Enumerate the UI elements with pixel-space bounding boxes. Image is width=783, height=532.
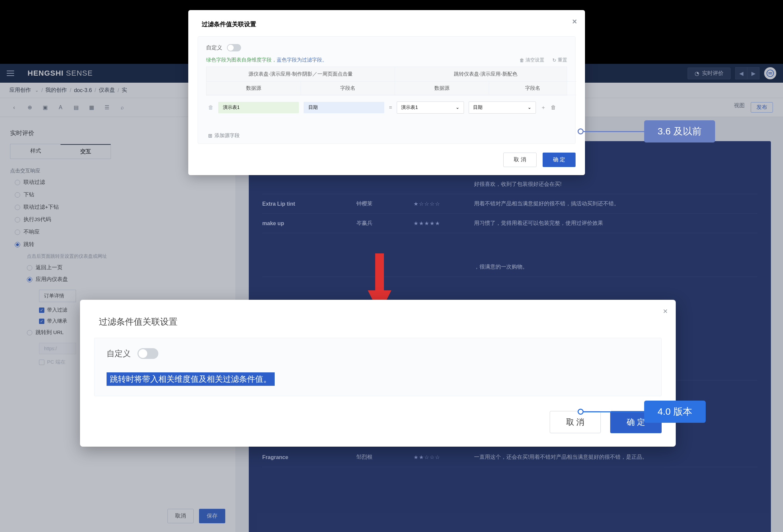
filter-link-modal-old: 过滤条件值关联设置 × 自定义 绿色字段为图表自身维度字段，蓝色字段为过滤字段。… [188,10,585,175]
plus-box-icon: ⊞ [208,133,213,139]
callout-old-version: 3.6 及以前 [577,120,715,142]
callout-tag: 4.0 版本 [644,401,706,423]
callout-line [584,411,644,412]
trash-icon: 🗑 [520,58,524,63]
add-icon[interactable]: ＋ [541,104,546,111]
custom-toggle[interactable] [137,348,158,359]
delete-row-icon[interactable]: 🗑 [208,104,214,110]
filter-link-modal-new: 过滤条件值关联设置 × 自定义 跳转时将带入相关维度值及相关过滤条件值。 取 消… [80,300,676,446]
reset-button[interactable]: ↻重置 [552,57,567,63]
modal-body-panel: 自定义 跳转时将带入相关维度值及相关过滤条件值。 [94,338,662,396]
svg-rect-3 [375,254,384,290]
clear-button[interactable]: 🗑清空设置 [520,57,544,63]
custom-toggle[interactable] [227,44,241,52]
close-icon[interactable]: × [572,17,577,26]
src-header: 源仪表盘-演示应用-制作阴影／一周页面点击量 [207,67,395,82]
add-source-field[interactable]: ⊞ 添加源字段 [206,132,567,139]
mapping-grid: 源仪表盘-演示应用-制作阴影／一周页面点击量 跳转仪表盘-演示应用-新配色 数据… [206,67,567,95]
modal-title: 过滤条件值关联设置 [202,21,256,28]
modal-body-panel: 自定义 绿色字段为图表自身维度字段，蓝色字段为过滤字段。 🗑清空设置 ↻重置 源… [198,36,575,144]
callout-new-version: 4.0 版本 [577,401,706,423]
src-datasource-box: 演示表1 [218,102,299,113]
mapping-row: 🗑 演示表1 日期 = 演示表1⌄ 日期⌄ ＋ 🗑 [206,95,567,120]
col-fieldname-dst: 字段名 [489,82,576,95]
src-field-box: 日期 [304,102,384,113]
refresh-icon: ↻ [552,58,556,63]
callout-dot [577,409,584,415]
callout-dot [577,128,584,134]
callout-line [584,131,644,132]
col-datasource-dst: 数据源 [395,82,489,95]
highlighted-text: 跳转时将带入相关维度值及相关过滤条件值。 [106,372,275,386]
dst-datasource-select[interactable]: 演示表1⌄ [397,101,464,113]
dst-header: 跳转仪表盘-演示应用-新配色 [395,67,576,82]
custom-label: 自定义 [206,44,222,52]
dst-field-select[interactable]: 日期⌄ [469,101,536,113]
chevron-down-icon: ⌄ [456,104,460,110]
equals-label: = [389,104,392,110]
callout-tag: 3.6 及以前 [644,120,715,142]
col-datasource-src: 数据源 [207,82,301,95]
trash-icon[interactable]: 🗑 [551,104,556,110]
modal-cancel-button[interactable]: 取 消 [503,153,536,167]
modal-ok-button[interactable]: 确 定 [543,153,575,167]
modal-title: 过滤条件值关联设置 [99,317,178,327]
col-fieldname-src: 字段名 [301,82,395,95]
custom-label: 自定义 [106,348,131,359]
close-icon[interactable]: × [663,306,668,316]
chevron-down-icon: ⌄ [528,104,532,110]
tip-text: 绿色字段为图表自身维度字段，蓝色字段为过滤字段。 [206,57,327,63]
